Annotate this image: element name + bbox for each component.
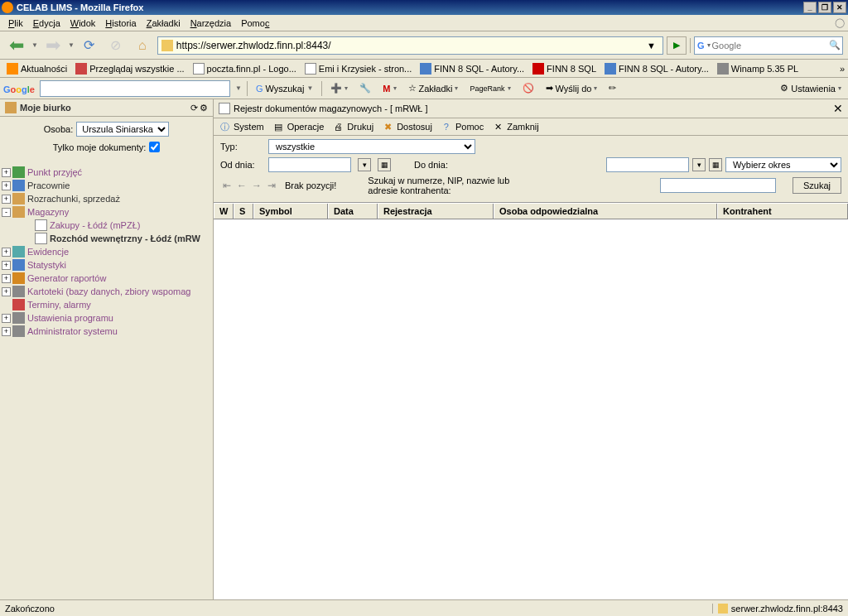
tree-expand-icon[interactable]: + [2, 248, 11, 257]
nav-prev[interactable]: ← [235, 179, 248, 192]
close-button[interactable]: ✕ [833, 2, 846, 13]
google-zakladki[interactable]: ☆Zakładki▾ [405, 81, 462, 95]
menu-pomoc[interactable]: Pomoc [236, 17, 274, 30]
okres-select[interactable]: Wybierz okres [725, 157, 841, 172]
stop-button[interactable]: ⊘ [104, 34, 128, 57]
tree-item[interactable]: +Rozrachunki, sprzedaż [2, 192, 211, 205]
go-button[interactable]: ▶ [667, 36, 687, 55]
toolbar-operacje[interactable]: ▤Operacje [272, 121, 325, 132]
content-close-icon[interactable]: ✕ [833, 102, 843, 115]
th-rejestracja[interactable]: Rejestracja [378, 204, 494, 219]
forward-dropdown[interactable]: ▼ [68, 41, 75, 49]
google-wyslij[interactable]: ➡Wyślij do▾ [542, 81, 601, 95]
tree-expand-icon[interactable]: + [2, 181, 11, 190]
th-s[interactable]: S [234, 204, 253, 219]
th-kontrahent[interactable]: Kontrahent [717, 204, 848, 219]
minimize-button[interactable]: _ [803, 2, 817, 13]
reload-button[interactable]: ⟳ [78, 34, 101, 57]
google-logo[interactable]: Google [3, 81, 35, 96]
tree-expand-icon[interactable]: + [2, 274, 11, 283]
bookmarks-overflow[interactable]: » [840, 64, 845, 74]
tree-item[interactable]: +Statystyki [2, 258, 211, 272]
th-w[interactable]: W [214, 204, 234, 219]
tree-item[interactable]: +Administrator systemu [2, 325, 211, 338]
back-dropdown[interactable]: ▼ [31, 41, 38, 49]
tree-expand-icon[interactable]: + [2, 195, 11, 204]
tree-item[interactable]: Zakupy - Łódź (mPZŁ) [2, 219, 211, 232]
tree-item[interactable]: Rozchód wewnętrzny - Łódź (mRW [2, 232, 211, 245]
bookmark-aktualnosci[interactable]: Aktualności [3, 61, 70, 76]
tree-expand-icon[interactable]: + [2, 287, 11, 296]
nav-first[interactable]: ⇤ [220, 179, 234, 192]
do-input[interactable] [606, 157, 689, 172]
szukaj-input[interactable] [660, 178, 776, 193]
nav-last[interactable]: ⇥ [265, 179, 278, 192]
tree-item[interactable]: -Magazyny [2, 205, 211, 219]
od-cal-button[interactable]: ▦ [378, 158, 391, 171]
bookmark-przegladaj[interactable]: Przeglądaj wszystkie ... [72, 61, 187, 76]
toolbar-drukuj[interactable]: 🖨Drukuj [332, 121, 373, 132]
google-ustawienia[interactable]: ⚙Ustawienia▾ [777, 81, 845, 95]
th-osoba[interactable]: Osoba odpowiedzialna [494, 204, 717, 219]
typ-select[interactable]: wszystkie [268, 139, 475, 154]
search-button[interactable]: 🔍 [828, 37, 842, 54]
toolbar-dostosuj[interactable]: ✖Dostosuj [382, 121, 432, 132]
bookmark-finn1[interactable]: FINN 8 SQL - Autory... [417, 61, 528, 76]
menu-edycja[interactable]: Edycja [28, 17, 65, 30]
restore-button[interactable]: ❐ [818, 2, 831, 13]
menu-plik[interactable]: Plik [3, 17, 28, 30]
do-date-button[interactable]: ▾ [692, 158, 706, 171]
back-button[interactable]: ⬅ [5, 34, 28, 57]
google-highlight-icon[interactable]: ✏ [605, 81, 619, 95]
url-text[interactable]: https://serwer.zhwlodz.finn.pl:8443/ [176, 40, 643, 51]
tree-expand-icon[interactable]: + [2, 261, 11, 270]
google-tools-icon[interactable]: 🔧 [356, 81, 374, 95]
menu-settings-icon[interactable]: ◯ [835, 17, 845, 28]
home-button[interactable]: ⌂ [131, 34, 154, 57]
th-data[interactable]: Data [328, 204, 378, 219]
tree-item[interactable]: +Punkt przyjęć [2, 166, 211, 179]
tree-item[interactable]: +Kartoteki (bazy danych, zbiory wspomag [2, 285, 211, 298]
toolbar-system[interactable]: ⓘSystem [219, 121, 264, 132]
google-pagerank[interactable]: PageRank▾ [466, 83, 513, 94]
search-box[interactable]: G ▾ 🔍 [694, 36, 843, 55]
bookmark-finn2[interactable]: FINN 8 SQL [529, 61, 600, 76]
tree-expand-icon[interactable]: + [2, 314, 11, 323]
tree-expand-icon[interactable]: - [2, 208, 11, 217]
bookmark-winamp[interactable]: Winamp 5.35 PL [714, 61, 802, 76]
tree-item[interactable]: +Pracownie [2, 179, 211, 192]
google-plus-icon[interactable]: ➕▾ [327, 81, 351, 95]
google-search-input[interactable] [40, 80, 230, 97]
od-input[interactable] [268, 157, 351, 172]
bookmark-poczta[interactable]: poczta.finn.pl - Logo... [190, 61, 300, 76]
tylko-checkbox[interactable] [149, 142, 160, 152]
tree-item[interactable]: +Generator raportów [2, 272, 211, 285]
szukaj-button[interactable]: Szukaj [793, 177, 841, 194]
sidebar-refresh-icon[interactable]: ⟳ [190, 103, 198, 113]
do-cal-button[interactable]: ▦ [709, 158, 722, 171]
tree-item[interactable]: Terminy, alarmy [2, 298, 211, 311]
google-block-icon[interactable]: 🚫 [519, 81, 537, 95]
google-search-dropdown[interactable]: ▼ [235, 84, 242, 92]
bookmark-emi[interactable]: Emi i Krzysiek - stron... [301, 61, 415, 76]
nav-next[interactable]: → [250, 179, 263, 192]
forward-button[interactable]: ➡ [41, 34, 65, 57]
toolbar-pomoc[interactable]: ?Pomoc [441, 121, 484, 132]
menu-zakladki[interactable]: Zakładki [142, 17, 186, 30]
tree-expand-icon[interactable]: + [2, 327, 11, 336]
menu-widok[interactable]: Widok [65, 17, 101, 30]
search-input[interactable] [711, 41, 828, 51]
menu-narzedzia[interactable]: Narzędzia [186, 17, 237, 30]
menu-historia[interactable]: Historia [100, 17, 141, 30]
bookmark-finn3[interactable]: FINN 8 SQL - Autory... [601, 61, 712, 76]
url-dropdown[interactable]: ▼ [643, 41, 659, 51]
od-date-button[interactable]: ▾ [358, 158, 371, 171]
tree-expand-icon[interactable]: + [2, 168, 11, 177]
tree-item[interactable]: +Ustawienia programu [2, 311, 211, 325]
osoba-select[interactable]: Urszula Siniarska [76, 122, 169, 137]
tree-item[interactable]: +Ewidencje [2, 245, 211, 258]
th-symbol[interactable]: Symbol [253, 204, 328, 219]
url-bar[interactable]: https://serwer.zhwlodz.finn.pl:8443/ ▼ [157, 36, 663, 55]
google-wyszukaj[interactable]: GWyszukaj▼ [253, 82, 316, 95]
toolbar-zamknij[interactable]: ✕Zamknij [492, 121, 539, 132]
